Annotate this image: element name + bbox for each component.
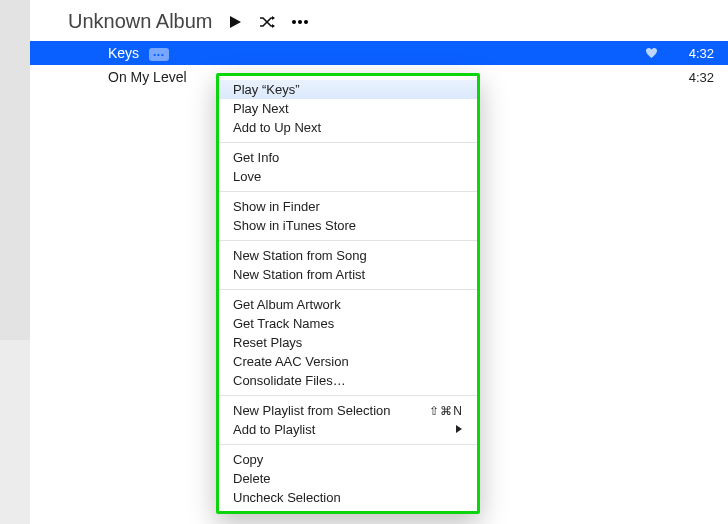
menu-item-label: Create AAC Version <box>233 354 349 369</box>
menu-item[interactable]: Reset Plays <box>219 333 477 352</box>
track-duration: 4:32 <box>672 70 714 85</box>
menu-item-label: New Station from Song <box>233 248 367 263</box>
menu-item[interactable]: Create AAC Version <box>219 352 477 371</box>
menu-separator <box>219 395 477 396</box>
menu-item[interactable]: Copy <box>219 450 477 469</box>
track-name-text: Keys <box>108 45 139 61</box>
shuffle-icon[interactable] <box>259 13 277 31</box>
content-pane: Unknown Album Keys ••• 4:32 On <box>30 0 728 524</box>
menu-item-label: Consolidate Files… <box>233 373 346 388</box>
menu-item[interactable]: New Playlist from Selection⇧⌘N <box>219 401 477 420</box>
menu-item-label: New Station from Artist <box>233 267 365 282</box>
track-name: On My Level <box>30 69 187 85</box>
menu-item-label: Delete <box>233 471 271 486</box>
menu-item[interactable]: Uncheck Selection <box>219 488 477 507</box>
menu-item[interactable]: Get Info <box>219 148 477 167</box>
menu-separator <box>219 142 477 143</box>
sidebar-stub <box>0 0 31 340</box>
table-row[interactable]: Keys ••• 4:32 <box>30 41 728 65</box>
menu-item-label: Love <box>233 169 261 184</box>
context-menu: Play “Keys”Play NextAdd to Up NextGet In… <box>216 73 480 514</box>
menu-shortcut: ⇧⌘N <box>429 404 463 418</box>
menu-item-label: Copy <box>233 452 263 467</box>
menu-item[interactable]: New Station from Artist <box>219 265 477 284</box>
menu-item[interactable]: Consolidate Files… <box>219 371 477 390</box>
menu-item[interactable]: Add to Up Next <box>219 118 477 137</box>
menu-item-label: Get Track Names <box>233 316 334 331</box>
menu-item[interactable]: Play “Keys” <box>219 80 477 99</box>
menu-item-label: Add to Up Next <box>233 120 321 135</box>
album-header: Unknown Album <box>30 0 728 41</box>
menu-item-label: Play Next <box>233 101 289 116</box>
menu-item-label: Uncheck Selection <box>233 490 341 505</box>
track-duration: 4:32 <box>672 46 714 61</box>
menu-item[interactable]: Show in iTunes Store <box>219 216 477 235</box>
svg-point-2 <box>304 20 308 24</box>
svg-point-0 <box>292 20 296 24</box>
menu-item-label: Play “Keys” <box>233 82 299 97</box>
menu-item[interactable]: Add to Playlist <box>219 420 477 439</box>
menu-separator <box>219 289 477 290</box>
menu-item-label: Get Info <box>233 150 279 165</box>
menu-separator <box>219 444 477 445</box>
menu-item-label: Show in iTunes Store <box>233 218 356 233</box>
menu-item[interactable]: Play Next <box>219 99 477 118</box>
menu-item[interactable]: Love <box>219 167 477 186</box>
play-icon[interactable] <box>227 13 245 31</box>
menu-item-label: Show in Finder <box>233 199 320 214</box>
menu-item[interactable]: New Station from Song <box>219 246 477 265</box>
svg-point-1 <box>298 20 302 24</box>
more-icon[interactable] <box>291 13 309 31</box>
menu-item[interactable]: Show in Finder <box>219 197 477 216</box>
menu-item[interactable]: Delete <box>219 469 477 488</box>
menu-separator <box>219 191 477 192</box>
menu-item-label: Get Album Artwork <box>233 297 341 312</box>
menu-item[interactable]: Get Album Artwork <box>219 295 477 314</box>
submenu-arrow-icon <box>455 422 463 437</box>
menu-item[interactable]: Get Track Names <box>219 314 477 333</box>
track-name: Keys ••• <box>30 45 169 61</box>
album-title: Unknown Album <box>68 10 213 33</box>
track-badge: ••• <box>149 48 169 61</box>
menu-item-label: Add to Playlist <box>233 422 315 437</box>
menu-item-label: Reset Plays <box>233 335 302 350</box>
menu-item-label: New Playlist from Selection <box>233 403 391 418</box>
heart-icon[interactable] <box>642 47 660 59</box>
menu-separator <box>219 240 477 241</box>
